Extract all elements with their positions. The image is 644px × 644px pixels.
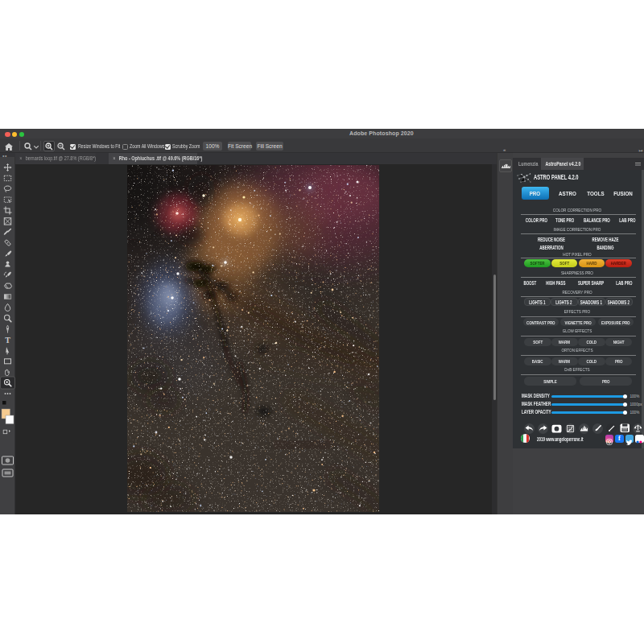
svg-text:T: T <box>5 336 10 345</box>
